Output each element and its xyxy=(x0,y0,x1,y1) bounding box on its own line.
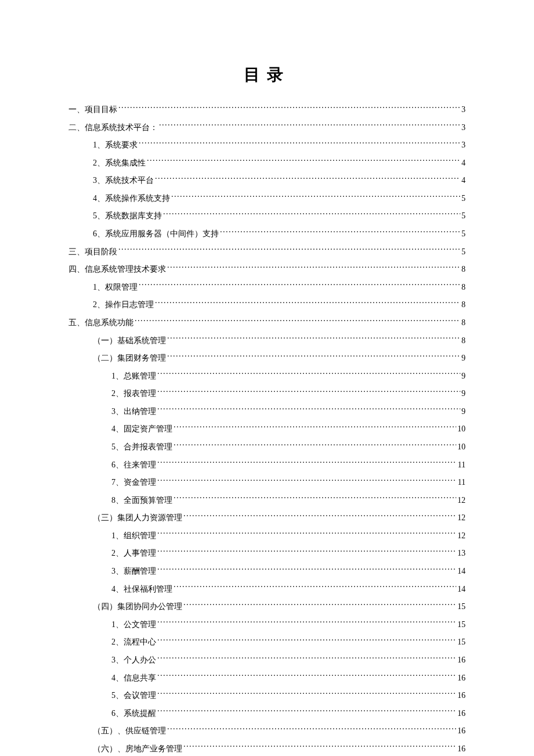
toc-leader-dots xyxy=(139,139,460,147)
toc-entry: 7、资金管理11 xyxy=(68,476,466,489)
toc-entry-page: 12 xyxy=(457,494,466,507)
toc-entry: 3、出纳管理9 xyxy=(68,405,466,418)
toc-entry-page: 11 xyxy=(458,459,466,471)
toc-entry: 2、操作日志管理8 xyxy=(68,298,466,311)
toc-entry-label: 2、流程中心 xyxy=(111,636,156,649)
toc-leader-dots xyxy=(157,548,456,556)
toc-entry-page: 5 xyxy=(461,246,466,258)
toc-leader-dots xyxy=(157,566,456,574)
toc-entry-label: 6、系统提醒 xyxy=(111,707,156,720)
toc-entry-label: 2、操作日志管理 xyxy=(93,298,154,311)
toc-leader-dots xyxy=(167,352,460,361)
toc-leader-dots xyxy=(174,495,456,503)
toc-entry-label: 1、公文管理 xyxy=(111,618,156,631)
toc-leader-dots xyxy=(157,636,456,645)
toc-entry-page: 15 xyxy=(457,636,466,649)
toc-entry-label: 1、权限管理 xyxy=(93,281,138,294)
toc-entry: 二、信息系统技术平台：3 xyxy=(68,121,466,134)
toc-entry-page: 14 xyxy=(457,583,466,596)
toc-entry-page: 9 xyxy=(461,370,466,383)
toc-entry-label: 1、组织管理 xyxy=(111,530,156,542)
toc-leader-dots xyxy=(157,370,460,379)
toc-entry: 5、会议管理16 xyxy=(68,689,466,702)
toc-entry: 5、合并报表管理10 xyxy=(68,441,466,453)
toc-entry-label: 5、会议管理 xyxy=(111,689,156,702)
toc-entry-label: 3、系统技术平台 xyxy=(93,174,154,187)
toc-entry-label: 5、系统数据库支持 xyxy=(93,210,162,222)
toc-entry-page: 5 xyxy=(461,192,466,205)
toc-entry-page: 12 xyxy=(457,512,466,524)
toc-leader-dots xyxy=(118,246,460,254)
toc-entry-label: 2、报表管理 xyxy=(111,387,156,400)
toc-entry-page: 5 xyxy=(461,228,466,240)
toc-entry-page: 3 xyxy=(461,121,466,134)
toc-entry: （二）集团财务管理9 xyxy=(68,352,466,365)
toc-leader-dots xyxy=(163,210,460,218)
toc-leader-dots xyxy=(171,193,460,201)
toc-leader-dots xyxy=(139,282,460,290)
toc-entry-label: 四、信息系统管理技术要求 xyxy=(68,263,166,276)
toc-entry: 1、权限管理8 xyxy=(68,281,466,294)
toc-leader-dots xyxy=(157,406,460,414)
toc-entry-page: 9 xyxy=(461,405,466,418)
toc-entry-page: 8 xyxy=(461,263,466,276)
toc-entry: 6、往来管理11 xyxy=(68,459,466,471)
toc-entry-label: （三）集团人力资源管理 xyxy=(93,512,182,524)
toc-entry-label: 6、往来管理 xyxy=(111,459,156,471)
page-title: 目录 xyxy=(68,64,466,86)
toc-entry-page: 8 xyxy=(461,298,466,311)
toc-entry-label: 3、薪酬管理 xyxy=(111,565,156,578)
toc-entry: 2、人事管理13 xyxy=(68,547,466,560)
toc-entry: 4、信息共享16 xyxy=(68,672,466,685)
toc-entry-page: 16 xyxy=(457,672,466,685)
toc-entry: 一、项目目标3 xyxy=(68,103,466,116)
toc-entry: （六）、房地产业务管理16 xyxy=(68,743,466,755)
toc-entry-label: 4、系统操作系统支持 xyxy=(93,192,170,205)
toc-entry-page: 4 xyxy=(461,157,466,170)
toc-entry: 8、全面预算管理12 xyxy=(68,494,466,507)
toc-entry-page: 16 xyxy=(457,743,466,755)
toc-entry-label: 6、系统应用服务器（中间件）支持 xyxy=(93,228,219,240)
toc-entry-page: 12 xyxy=(457,530,466,542)
toc-entry-label: （一）基础系统管理 xyxy=(93,334,166,347)
toc-entry-label: 一、项目目标 xyxy=(68,103,117,116)
toc-entry-label: （四）集团协同办公管理 xyxy=(93,600,182,613)
toc-entry: 1、组织管理12 xyxy=(68,530,466,542)
toc-entry-label: 4、固定资产管理 xyxy=(111,423,172,435)
toc-leader-dots xyxy=(157,477,457,485)
toc-entry-page: 15 xyxy=(457,600,466,613)
toc-entry-label: 2、人事管理 xyxy=(111,547,156,560)
toc-leader-dots xyxy=(174,423,456,431)
toc-entry-page: 13 xyxy=(457,547,466,560)
toc-leader-dots xyxy=(118,104,460,112)
toc-leader-dots xyxy=(147,157,460,165)
toc-entry-page: 3 xyxy=(461,103,466,116)
toc-entry-page: 10 xyxy=(457,441,466,453)
toc-entry: （三）集团人力资源管理12 xyxy=(68,512,466,524)
toc-entry: （一）基础系统管理8 xyxy=(68,334,466,347)
toc-entry-page: 5 xyxy=(461,210,466,222)
toc-entry: 1、公文管理15 xyxy=(68,618,466,631)
toc-entry: 3、系统技术平台4 xyxy=(68,174,466,187)
toc-entry-label: （五）、供应链管理 xyxy=(93,725,166,737)
toc-entry: 6、系统提醒16 xyxy=(68,707,466,720)
toc-entry: 3、薪酬管理14 xyxy=(68,565,466,578)
toc-leader-dots xyxy=(167,335,460,343)
toc-entry-page: 9 xyxy=(461,352,466,365)
toc-entry-page: 14 xyxy=(457,565,466,578)
toc-entry-page: 16 xyxy=(457,707,466,720)
toc-leader-dots xyxy=(157,708,456,716)
toc-leader-dots xyxy=(183,512,456,520)
toc-entry-page: 16 xyxy=(457,654,466,667)
toc-entry: 四、信息系统管理技术要求8 xyxy=(68,263,466,276)
toc-entry-label: 5、合并报表管理 xyxy=(111,441,172,453)
toc-leader-dots xyxy=(183,601,456,609)
toc-entry-label: 8、全面预算管理 xyxy=(111,494,172,507)
toc-leader-dots xyxy=(155,175,460,183)
toc-entry-page: 15 xyxy=(457,618,466,631)
toc-entry-label: 1、系统要求 xyxy=(93,139,138,152)
toc-leader-dots xyxy=(135,317,460,325)
toc-entry: 4、社保福利管理14 xyxy=(68,583,466,596)
toc-entry-label: 4、信息共享 xyxy=(111,672,156,685)
toc-entry-label: 三、项目阶段 xyxy=(68,246,117,258)
